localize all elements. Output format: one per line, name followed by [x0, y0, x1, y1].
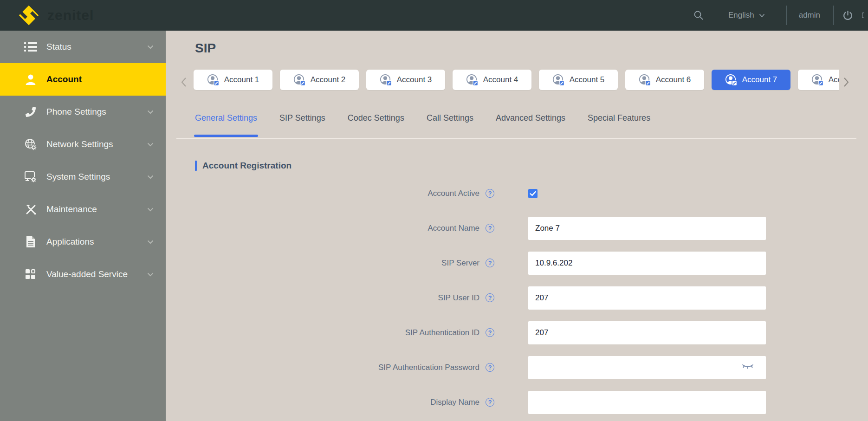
field-label: Account Name [166, 217, 479, 240]
power-icon[interactable] [842, 10, 854, 21]
eye-closed-icon[interactable] [742, 363, 754, 370]
account-tab-8[interactable]: Account 8 [798, 70, 839, 90]
help-icon[interactable]: ? [486, 363, 494, 372]
field-label: SIP Authentication ID [166, 321, 479, 344]
form-row: SIP Authentication Password? [166, 356, 868, 379]
sidebar-item-label: Value-added Service [46, 269, 128, 279]
brand-logo: zenitel [17, 3, 94, 27]
account-active-checkbox[interactable] [528, 189, 538, 198]
user-icon [22, 73, 39, 85]
sip-server-field[interactable] [528, 252, 766, 275]
form-row: Display Name? [166, 391, 868, 414]
form-row: SIP Authentication ID? [166, 321, 868, 344]
sidebar-item-system-settings[interactable]: System Settings [0, 161, 166, 193]
chevron-down-icon [147, 207, 154, 212]
user-edit-icon [380, 74, 392, 86]
account-tab-label: Account 6 [656, 75, 691, 84]
sidebar-item-status[interactable]: Status [0, 31, 166, 63]
search-icon[interactable] [693, 10, 704, 21]
help-icon[interactable]: ? [486, 259, 494, 267]
field-control [528, 321, 766, 344]
accounts-prev-icon[interactable] [181, 73, 187, 94]
fullscreen-icon[interactable] [862, 9, 868, 21]
help-icon[interactable]: ? [486, 398, 494, 407]
account-tab-label: Account 1 [224, 75, 259, 84]
language-selector[interactable]: English [728, 11, 765, 20]
section-accent-bar [195, 161, 197, 171]
form-row: SIP User ID? [166, 286, 868, 310]
sidebar-item-label: Phone Settings [46, 107, 106, 117]
sidebar-item-label: Network Settings [46, 139, 113, 149]
field-control [528, 217, 766, 240]
sidebar-item-phone-settings[interactable]: Phone Settings [0, 96, 166, 128]
main-content: SIP Account 1Account 2Account 3Account 4… [166, 31, 868, 421]
section-title: Account Registration [202, 161, 291, 171]
sidebar-item-applications[interactable]: Applications [0, 226, 166, 258]
sidebar-item-value-added-service[interactable]: Value-added Service [0, 258, 166, 291]
phone-icon [22, 107, 39, 117]
tab-sip-settings[interactable]: SIP Settings [279, 110, 325, 137]
sip-authentication-password-field[interactable] [528, 356, 766, 379]
account-tab-7[interactable]: Account 7 [712, 70, 790, 90]
sidebar-item-account[interactable]: Account [0, 63, 166, 96]
chevron-down-icon [759, 13, 765, 18]
tab-advanced-settings[interactable]: Advanced Settings [496, 110, 565, 137]
chevron-down-icon [147, 272, 154, 277]
field-label: Account Active [166, 182, 479, 205]
document-icon [22, 236, 39, 248]
field-label: SIP User ID [166, 286, 479, 310]
user-edit-icon [466, 74, 479, 86]
field-control [528, 182, 766, 205]
help-icon[interactable]: ? [486, 224, 494, 233]
user-edit-icon [811, 74, 824, 86]
help-icon[interactable]: ? [486, 189, 494, 198]
user-menu[interactable]: admin [799, 11, 820, 20]
field-control [528, 356, 766, 379]
user-edit-icon [293, 74, 306, 86]
account-tab-4[interactable]: Account 4 [453, 70, 531, 90]
account-tab-6[interactable]: Account 6 [625, 70, 704, 90]
sidebar-item-label: Maintenance [46, 204, 97, 214]
globe-gear-icon [22, 138, 39, 150]
field-label: SIP Server [166, 252, 479, 275]
sip-user-id-field[interactable] [528, 286, 766, 310]
field-control [528, 391, 766, 414]
account-tab-label: Account 4 [483, 75, 518, 84]
chevron-down-icon [147, 175, 154, 179]
help-icon[interactable]: ? [486, 293, 494, 302]
sidebar: StatusAccountPhone SettingsNetwork Setti… [0, 31, 166, 421]
brand-name: zenitel [47, 7, 94, 23]
grid-icon [22, 269, 39, 280]
display-name-field[interactable] [528, 391, 766, 414]
account-tab-label: Account 7 [742, 75, 777, 84]
account-name-field[interactable] [528, 217, 766, 240]
form-row: Account Active? [166, 182, 868, 205]
form-row: Account Name? [166, 217, 868, 240]
user-edit-icon [725, 74, 738, 86]
top-bar: zenitel English admin [0, 0, 868, 31]
tab-general-settings[interactable]: General Settings [195, 110, 257, 137]
account-tab-1[interactable]: Account 1 [194, 70, 272, 90]
sip-authentication-id-field[interactable] [528, 321, 766, 344]
user-edit-icon [552, 74, 565, 86]
accounts-next-icon[interactable] [843, 73, 849, 94]
account-tab-label: Account 3 [397, 75, 432, 84]
zenitel-logo-icon [17, 3, 41, 27]
tab-call-settings[interactable]: Call Settings [427, 110, 473, 137]
settings-tabs: General SettingsSIP SettingsCodec Settin… [195, 110, 650, 137]
chevron-down-icon [147, 142, 154, 147]
divider [786, 6, 787, 25]
sidebar-item-label: Status [46, 42, 71, 52]
account-tab-label: Account 2 [311, 75, 346, 84]
tab-codec-settings[interactable]: Codec Settings [348, 110, 404, 137]
sidebar-item-maintenance[interactable]: Maintenance [0, 193, 166, 226]
account-tab-2[interactable]: Account 2 [280, 70, 359, 90]
tab-special-features[interactable]: Special Features [588, 110, 650, 137]
help-icon[interactable]: ? [486, 328, 494, 337]
account-tab-5[interactable]: Account 5 [539, 70, 618, 90]
chevron-down-icon [147, 110, 154, 114]
sidebar-item-network-settings[interactable]: Network Settings [0, 128, 166, 161]
divider [833, 6, 834, 25]
account-tab-3[interactable]: Account 3 [366, 70, 445, 90]
language-label: English [728, 11, 754, 20]
